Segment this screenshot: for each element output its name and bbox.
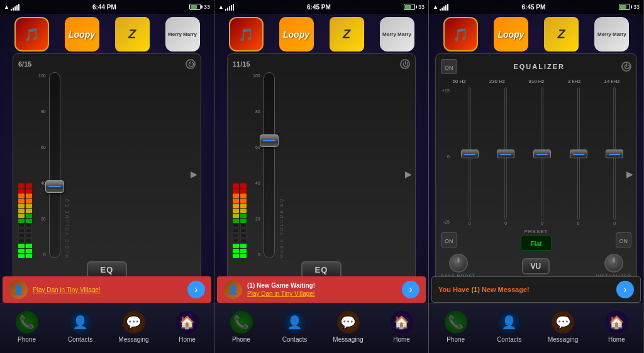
message-notification-3[interactable]: You Have (1) New Message! ›: [431, 276, 641, 303]
nav-contacts-1[interactable]: 👤 Contacts: [53, 303, 107, 353]
band-track-2[interactable]: [504, 87, 507, 220]
vu-bar: [233, 244, 239, 248]
battery-pct-2: 33: [418, 4, 425, 10]
signal-bar-21: [225, 9, 226, 11]
vu-button[interactable]: VU: [522, 258, 550, 274]
eq3-power[interactable]: [621, 62, 631, 72]
status-left-3: ▲: [433, 3, 448, 11]
android-icon-2: ▲: [218, 4, 224, 10]
sleep-app-icon-2[interactable]: Z: [330, 17, 364, 52]
nav-phone-label-2: Phone: [232, 336, 250, 343]
scale2-0: 0: [258, 253, 260, 257]
vu-bar: [233, 214, 239, 218]
nav-home-1[interactable]: 🏠 Home: [160, 303, 214, 353]
vu-meter-1: [18, 72, 32, 258]
thumb-line-3: [536, 154, 548, 155]
band-thumb-4[interactable]: [570, 149, 587, 158]
nav-messaging-2[interactable]: 💬 Messaging: [321, 303, 375, 353]
freq-3khz: 3 kHz: [568, 79, 580, 84]
sleep-z-1: Z: [128, 27, 136, 41]
volume-scale-2: 100 80 60 40 20 0: [253, 72, 260, 258]
nav-phone-label-3: Phone: [447, 336, 465, 343]
message-arrow-3[interactable]: ›: [616, 281, 634, 298]
bass-boost-on[interactable]: ON: [441, 232, 457, 247]
smule-app-icon-1[interactable]: 🎵: [14, 17, 49, 52]
band-thumb-3[interactable]: [533, 149, 551, 158]
notification-bar-2[interactable]: 👤 (1) New Game Waiting! Play Dan in Tiny…: [217, 276, 426, 303]
band-track-5[interactable]: [613, 87, 616, 220]
eq3-on-label: ON: [445, 65, 453, 71]
notif-link-1[interactable]: Play Dan in Tiny Village!: [33, 286, 101, 293]
panel-1: ▲ 6:44 PM 33 🎵 Loopy Z: [0, 0, 214, 353]
band-4: 0: [562, 87, 596, 225]
merry-app-icon-2[interactable]: Merry Marry: [380, 17, 414, 52]
volume-slider-2[interactable]: [264, 72, 275, 258]
merry-app-icon-3[interactable]: Merry Marry: [594, 17, 629, 52]
avatar-img-2: 👤: [223, 280, 242, 299]
virtualizer-knob[interactable]: [604, 254, 623, 273]
merry-label-1: Merry Marry: [168, 31, 197, 37]
eq-button-1[interactable]: EQ: [87, 261, 128, 278]
notif-link-2[interactable]: Play Dan in Tiny Village!: [247, 290, 315, 297]
nav-contacts-3[interactable]: 👤 Contacts: [482, 303, 536, 353]
nav-messaging-label-2: Messaging: [333, 336, 363, 343]
arrow-right-3[interactable]: ▶: [626, 169, 633, 179]
vu-bar: [26, 224, 32, 228]
loopy-app-icon-1[interactable]: Loopy: [65, 17, 99, 52]
smule-app-icon-3[interactable]: 🎵: [443, 17, 478, 52]
volume-thumb-1[interactable]: [45, 180, 64, 193]
db-scale-left: +15 0 -15: [441, 87, 451, 225]
eq-button-2[interactable]: EQ: [301, 261, 342, 278]
band-track-4[interactable]: [577, 87, 580, 220]
notification-bar-1[interactable]: 👤 Play Dan in Tiny Village! ›: [3, 276, 211, 303]
phone-icon-2: 📞: [230, 311, 253, 334]
nav-contacts-label-1: Contacts: [68, 336, 92, 343]
eq-header-2: 11/15: [233, 59, 410, 69]
vu-bar: [240, 209, 247, 213]
vu-bar: [18, 249, 25, 253]
bass-boost-knob[interactable]: [449, 254, 468, 273]
eq-main-1: 100 80 60 40 20 0 MUSIC VOLUME EQ: [18, 72, 196, 258]
time-1: 6:44 PM: [92, 4, 116, 11]
sleep-app-icon-3[interactable]: Z: [544, 17, 579, 52]
arrow-right-1[interactable]: ▶: [191, 169, 197, 179]
time-3: 6:45 PM: [522, 4, 546, 11]
vu-bar: [240, 193, 247, 198]
loopy-app-icon-2[interactable]: Loopy: [279, 17, 314, 52]
nav-messaging-1[interactable]: 💬 Messaging: [107, 303, 160, 353]
nav-phone-1[interactable]: 📞 Phone: [0, 303, 53, 353]
loopy-app-icon-3[interactable]: Loopy: [494, 17, 528, 52]
vu-bar: [26, 254, 32, 258]
panel-2: ▲ 6:45 PM 33 🎵 Loopy Z: [214, 0, 429, 353]
band-thumb-2[interactable]: [497, 149, 514, 158]
band-thumb-1[interactable]: [461, 149, 479, 158]
preset-value-box[interactable]: Flat: [521, 236, 552, 251]
eq3-on-badge[interactable]: ON: [441, 59, 457, 74]
sleep-app-icon-1[interactable]: Z: [115, 17, 150, 52]
band-thumb-5[interactable]: [606, 149, 623, 158]
virt-on-label: ON: [619, 238, 628, 244]
eq-power-2[interactable]: [400, 59, 410, 69]
band-track-3[interactable]: [541, 87, 543, 220]
nav-home-3[interactable]: 🏠 Home: [590, 303, 643, 353]
arrow-right-2[interactable]: ▶: [405, 169, 412, 179]
nav-contacts-2[interactable]: 👤 Contacts: [268, 303, 321, 353]
scale-100: 100: [38, 73, 46, 78]
sleep-z-3: Z: [558, 27, 565, 41]
smule-app-icon-2[interactable]: 🎵: [229, 17, 264, 52]
nav-phone-3[interactable]: 📞 Phone: [429, 303, 482, 353]
merry-app-icon-1[interactable]: Merry Marry: [165, 17, 200, 52]
nav-messaging-3[interactable]: 💬 Messaging: [536, 303, 590, 353]
volume-thumb-2[interactable]: [260, 134, 279, 147]
eq-power-1[interactable]: [186, 59, 196, 69]
scale-0: 0: [43, 253, 46, 257]
notif-arrow-1[interactable]: ›: [187, 281, 205, 298]
band-track-1[interactable]: [469, 87, 471, 220]
vu-bar: [233, 224, 239, 228]
virtualizer-on[interactable]: ON: [616, 232, 632, 247]
nav-home-2[interactable]: 🏠 Home: [375, 303, 428, 353]
nav-phone-2[interactable]: 📞 Phone: [214, 303, 268, 353]
volume-slider-1[interactable]: [49, 72, 60, 258]
virtualizer-section: VIRTUALIZER: [596, 254, 631, 278]
notif-arrow-2[interactable]: ›: [402, 281, 419, 298]
